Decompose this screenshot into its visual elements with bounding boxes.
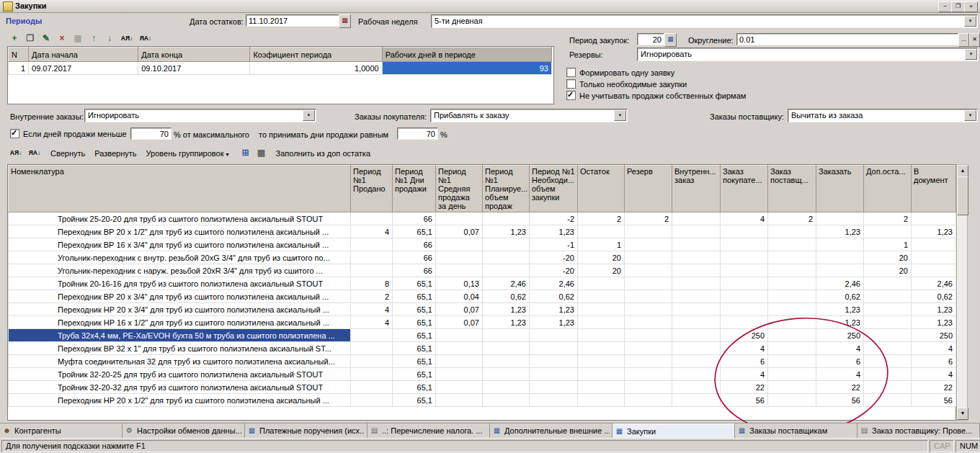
clear-icon[interactable]: ✕ xyxy=(969,33,980,47)
value-cell[interactable]: 56 xyxy=(816,394,864,407)
value-cell[interactable]: 1 xyxy=(864,238,912,251)
value-cell[interactable] xyxy=(864,381,912,394)
value-cell[interactable] xyxy=(721,303,768,316)
value-cell[interactable] xyxy=(625,290,672,303)
value-cell[interactable] xyxy=(436,212,483,225)
value-cell[interactable] xyxy=(721,264,768,277)
value-cell[interactable] xyxy=(721,238,768,251)
value-cell[interactable] xyxy=(672,329,721,342)
value-cell[interactable] xyxy=(483,381,530,394)
value-cell[interactable] xyxy=(625,238,672,251)
value-cell[interactable] xyxy=(672,251,721,264)
value-cell[interactable]: 22 xyxy=(721,381,768,394)
expand-button[interactable]: Развернуть xyxy=(94,149,136,158)
column-header[interactable]: Период №1 Планируе... объем продаж xyxy=(483,166,530,212)
value-cell[interactable]: 4 xyxy=(351,225,393,238)
value-cell[interactable] xyxy=(721,225,768,238)
bottom-tab[interactable]: ▤..: Перечисление налога. ... xyxy=(368,423,490,438)
nomenclature-cell[interactable]: Тройник 32-20-32 для труб из сшитого пол… xyxy=(9,381,351,394)
value-cell[interactable] xyxy=(578,381,625,394)
value-cell[interactable] xyxy=(625,329,672,342)
value-cell[interactable] xyxy=(864,225,912,238)
value-cell[interactable] xyxy=(672,394,721,407)
value-cell[interactable] xyxy=(864,355,912,368)
column-header[interactable]: Доп.оста... xyxy=(864,166,912,212)
vertical-scrollbar[interactable]: ▲ ▼ xyxy=(956,164,968,421)
value-cell[interactable] xyxy=(530,329,578,342)
value-cell[interactable] xyxy=(768,238,816,251)
collapse-button[interactable]: Свернуть xyxy=(50,149,85,158)
value-cell[interactable]: 66 xyxy=(393,264,436,277)
nomenclature-cell[interactable]: Угольник-переходник с наруж. резьбой 20x… xyxy=(9,264,351,277)
column-header[interactable]: Дата начала xyxy=(29,48,138,62)
nomenclature-cell[interactable]: Тройник 20-16-16 для труб из сшитого пол… xyxy=(9,277,351,290)
value-cell[interactable] xyxy=(625,303,672,316)
value-cell[interactable] xyxy=(625,264,672,277)
chevron-down-icon[interactable]: ▼ xyxy=(614,110,626,121)
value-cell[interactable] xyxy=(864,329,912,342)
value-cell[interactable]: -20 xyxy=(530,251,578,264)
scrollbar-thumb[interactable] xyxy=(957,176,968,215)
value-cell[interactable]: 65,1 xyxy=(393,381,436,394)
restore-button[interactable]: ❐ xyxy=(951,1,965,12)
value-cell[interactable]: 2,46 xyxy=(816,277,864,290)
minimize-button[interactable]: − xyxy=(938,1,952,12)
value-cell[interactable]: 22 xyxy=(912,381,956,394)
column-header[interactable]: Рабочих дней в периоде xyxy=(382,48,551,62)
value-cell[interactable] xyxy=(530,368,578,381)
copy-button[interactable]: ❐ xyxy=(23,32,37,45)
value-cell[interactable] xyxy=(864,303,912,316)
stock-date-input[interactable] xyxy=(246,14,339,27)
value-cell[interactable] xyxy=(672,238,721,251)
nomenclature-cell[interactable]: Угольник-переходник с внутр. резьбой 20x… xyxy=(9,251,351,264)
value-cell[interactable] xyxy=(625,277,672,290)
column-header[interactable]: Период №1 Необходи... объем закупки xyxy=(530,166,578,212)
column-header[interactable]: Период №1 Дни продажи xyxy=(393,166,436,212)
value-cell[interactable] xyxy=(864,290,912,303)
value-cell[interactable] xyxy=(672,381,721,394)
grouping-level-button[interactable]: Уровень группировок ▾ xyxy=(146,149,229,158)
sort-desc-button[interactable]: ЯА↓ xyxy=(137,32,154,45)
value-cell[interactable] xyxy=(625,225,672,238)
value-cell[interactable] xyxy=(483,251,530,264)
value-cell[interactable] xyxy=(625,355,672,368)
table-row[interactable]: Переходник НР 20 х 3/4" для труб из сшит… xyxy=(9,303,956,316)
period-end-cell[interactable]: 09.10.2017 xyxy=(138,62,250,75)
value-cell[interactable]: 6 xyxy=(912,355,956,368)
value-cell[interactable] xyxy=(768,225,816,238)
calendar-icon[interactable]: ▦ xyxy=(339,14,351,28)
sort-desc-button[interactable]: ЯА↓ xyxy=(26,147,43,160)
value-cell[interactable] xyxy=(483,238,530,251)
table-row[interactable]: Труба 32х4,4 мм, PE-Xa/EVOH бухта 50 м т… xyxy=(9,329,956,342)
value-cell[interactable]: 1,23 xyxy=(816,316,864,329)
value-cell[interactable] xyxy=(436,329,483,342)
value-cell[interactable] xyxy=(768,251,816,264)
value-cell[interactable] xyxy=(578,368,625,381)
value-cell[interactable] xyxy=(436,381,483,394)
value-cell[interactable]: 1,23 xyxy=(912,316,956,329)
nomenclature-cell[interactable]: Переходник ВР 16 х 3/4" для труб из сшит… xyxy=(9,238,351,251)
value-cell[interactable]: 2,46 xyxy=(483,277,530,290)
numpad-icon[interactable]: ▦ xyxy=(664,33,677,47)
value-cell[interactable] xyxy=(436,264,483,277)
value-cell[interactable] xyxy=(816,251,864,264)
value-cell[interactable]: 4 xyxy=(721,342,768,355)
value-cell[interactable] xyxy=(721,251,768,264)
value-cell[interactable] xyxy=(483,329,530,342)
value-cell[interactable] xyxy=(578,394,625,407)
value-cell[interactable] xyxy=(436,342,483,355)
value-cell[interactable] xyxy=(436,368,483,381)
checkbox[interactable] xyxy=(566,79,576,89)
value-cell[interactable] xyxy=(768,342,816,355)
value-cell[interactable] xyxy=(912,251,956,264)
value-cell[interactable]: 1,23 xyxy=(912,303,956,316)
nomenclature-cell[interactable]: Переходник НР 20 х 3/4" для труб из сшит… xyxy=(9,303,351,316)
value-cell[interactable]: 1,23 xyxy=(912,225,956,238)
nomenclature-cell[interactable]: Переходник ВР 20 х 1/2" для труб из сшит… xyxy=(9,225,351,238)
value-cell[interactable]: 1,23 xyxy=(530,316,578,329)
customer-orders-select[interactable]: Прибавлять к заказу ▼ xyxy=(430,109,628,122)
value-cell[interactable]: 1 xyxy=(578,238,625,251)
value-cell[interactable] xyxy=(625,381,672,394)
value-cell[interactable] xyxy=(578,290,625,303)
value-cell[interactable] xyxy=(351,251,393,264)
